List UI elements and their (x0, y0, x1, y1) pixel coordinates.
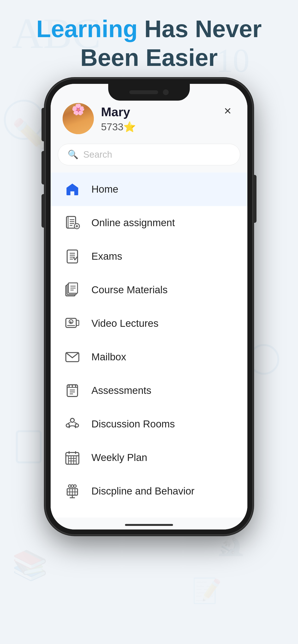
course-materials-icon (63, 280, 82, 300)
sidebar-item-weekly-plan[interactable]: Weekly Plan (51, 441, 247, 474)
sidebar-item-online-assignment[interactable]: Online assignment (51, 206, 247, 240)
user-points: 5733⭐ (101, 121, 136, 133)
svg-text:✏️: ✏️ (12, 117, 48, 151)
assessments-label: Assessments (91, 385, 152, 396)
svg-point-2 (5, 100, 43, 139)
svg-text:📚: 📚 (12, 548, 48, 582)
sidebar-item-course-materials[interactable]: Course Materials (51, 273, 247, 307)
speaker (129, 90, 158, 94)
assessments-icon (63, 381, 82, 400)
phone-screen: × Mary 5733⭐ 🔍 Search (51, 84, 247, 530)
sidebar-item-video-lectures[interactable]: Video Lectures (51, 307, 247, 340)
svg-rect-19 (67, 250, 77, 263)
search-container[interactable]: 🔍 Search (58, 144, 240, 165)
svg-rect-8 (17, 431, 41, 462)
user-info: Mary 5733⭐ (101, 105, 136, 133)
header-section: Learning Has Never Been Easier (0, 14, 298, 72)
video-lectures-label: Video Lectures (91, 318, 158, 329)
svg-text:📝: 📝 (192, 577, 222, 605)
svg-point-45 (75, 424, 78, 427)
search-icon: 🔍 (68, 150, 78, 160)
camera (163, 89, 169, 95)
svg-point-58 (71, 485, 74, 487)
discussion-rooms-icon (63, 414, 82, 434)
discipline-behavior-icon (63, 482, 82, 501)
course-materials-label: Course Materials (91, 284, 168, 296)
phone-frame: × Mary 5733⭐ 🔍 Search (46, 79, 252, 534)
sidebar-item-discussion-rooms[interactable]: Discussion Rooms (51, 407, 247, 441)
sidebar-item-home[interactable]: Home (51, 172, 247, 206)
online-assignment-icon (63, 213, 82, 232)
weekly-plan-label: Weekly Plan (91, 452, 147, 463)
svg-point-44 (66, 424, 69, 427)
online-assignment-label: Online assignment (91, 217, 175, 228)
video-lectures-icon (63, 314, 82, 333)
sidebar-item-discipline-behavior[interactable]: Discpline and Behavior (51, 474, 247, 508)
discipline-behavior-label: Discpline and Behavior (91, 486, 195, 497)
user-name: Mary (101, 105, 136, 119)
weekly-plan-icon (63, 448, 82, 467)
svg-point-7 (249, 345, 278, 374)
discussion-rooms-label: Discussion Rooms (91, 418, 175, 430)
menu-list: Home (51, 172, 247, 518)
svg-rect-11 (68, 216, 68, 228)
sidebar-item-exams[interactable]: Exams (51, 240, 247, 273)
svg-point-43 (70, 418, 74, 422)
user-profile: Mary 5733⭐ (63, 103, 136, 134)
search-box[interactable]: 🔍 Search (58, 144, 240, 165)
phone-notch (108, 84, 190, 100)
sidebar-item-assessments[interactable]: Assessments (51, 374, 247, 407)
svg-rect-33 (76, 320, 79, 325)
header-rest-line1: Has Never (138, 15, 262, 42)
avatar (63, 103, 94, 134)
home-indicator (125, 524, 173, 526)
search-placeholder: Search (83, 150, 112, 160)
mailbox-label: Mailbox (91, 351, 126, 363)
header-line2: Been Easier (80, 44, 218, 71)
screen-content: × Mary 5733⭐ 🔍 Search (51, 84, 247, 530)
exams-label: Exams (91, 250, 122, 262)
home-label: Home (91, 184, 118, 195)
header-blue-word: Learning (36, 15, 137, 42)
close-button[interactable]: × (220, 103, 235, 118)
sidebar-item-mailbox[interactable]: Mailbox (51, 340, 247, 374)
exams-icon (63, 247, 82, 266)
home-icon (63, 180, 82, 199)
mailbox-icon (63, 348, 82, 366)
